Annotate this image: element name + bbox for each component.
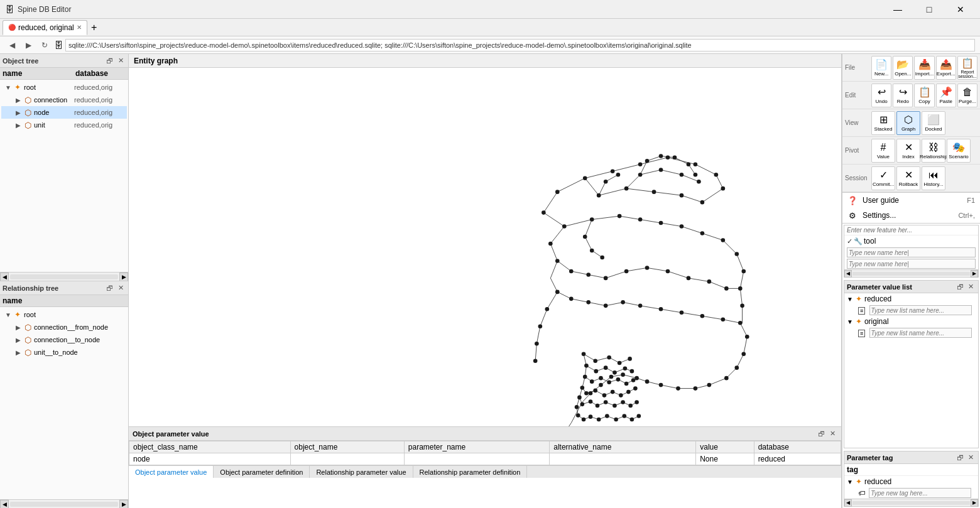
toggle-unit[interactable]: ▶ — [14, 121, 23, 129]
rel-toggle-root[interactable]: ▼ — [4, 310, 13, 319]
toggle-connection[interactable]: ▶ — [14, 95, 23, 104]
maximize-button[interactable]: □ — [915, 0, 944, 19]
scroll-right-btn[interactable]: ▶ — [119, 273, 128, 281]
feature-scroll-right[interactable]: ▶ — [971, 270, 978, 278]
docked-btn[interactable]: ⬜ Docked — [922, 111, 945, 135]
tree-item-connection[interactable]: ▶ ⬡ connection reduced,orig — [1, 94, 127, 106]
toggle-node[interactable]: ▶ — [14, 108, 23, 117]
tab-object-param-value[interactable]: Object parameter value — [129, 466, 214, 478]
tab-close-btn[interactable]: ✕ — [77, 24, 82, 31]
rel-tree-item-connection-from[interactable]: ▶ ⬡ connection__from_node — [1, 321, 127, 333]
param-tag-restore-btn[interactable]: 🗗 — [955, 453, 965, 463]
relationship-tree-close-btn[interactable]: ✕ — [116, 283, 126, 293]
tab-object-param-def[interactable]: Object parameter definition — [214, 466, 310, 478]
relationship-tree-scrollbar[interactable]: ◀ ▶ — [0, 499, 128, 508]
report-btn[interactable]: 📋 Report session... — [957, 56, 977, 80]
object-tree-header: Object tree 🗗 ✕ — [0, 54, 128, 68]
feature-tool-item[interactable]: ✓ 🔧 tool — [844, 235, 978, 247]
settings-menu-item[interactable]: ⚙ Settings... Ctrl+, — [842, 208, 980, 223]
toggle-root[interactable]: ▼ — [4, 83, 13, 92]
object-tree-scrollbar[interactable]: ◀ ▶ — [0, 272, 128, 281]
rel-toggle-cfn[interactable]: ▶ — [14, 323, 23, 332]
tool-name-input2[interactable] — [847, 259, 976, 269]
history-btn[interactable]: ⏮ History... — [922, 166, 945, 190]
pt-scroll-left[interactable]: ◀ — [844, 499, 852, 507]
param-value-restore-btn[interactable]: 🗗 — [955, 282, 965, 292]
export-btn[interactable]: 📤 Export... — [936, 56, 956, 80]
relationship-icon: ⛓ — [928, 142, 939, 153]
center-panel: Entity graph — [129, 54, 842, 508]
table-row[interactable]: node None reduced — [129, 453, 841, 465]
entity-graph-svg[interactable] — [129, 68, 841, 426]
open-btn[interactable]: 📂 Open... — [893, 56, 913, 80]
table-header-row: object_class_name object_name parameter_… — [129, 441, 841, 453]
svg-point-168 — [666, 269, 670, 274]
table-close-btn[interactable]: ✕ — [827, 429, 837, 439]
param-tag-scrollbar[interactable]: ◀ ▶ — [844, 499, 978, 506]
back-button[interactable]: ◀ — [5, 38, 19, 52]
import-btn[interactable]: 📥 Import... — [914, 56, 934, 80]
rel-tree-item-root[interactable]: ▼ ✦ root — [1, 308, 127, 321]
rel-label-ctn: connection__to_node — [34, 336, 124, 343]
refresh-button[interactable]: ↻ — [38, 38, 52, 52]
rel-toggle-utn[interactable]: ▶ — [14, 348, 23, 357]
pv-toggle-reduced[interactable]: ▼ — [847, 296, 853, 303]
paste-btn[interactable]: 📌 Paste — [936, 84, 956, 107]
stacked-btn[interactable]: ⊞ Stacked — [871, 111, 895, 135]
pt-scroll-right[interactable]: ▶ — [971, 499, 978, 507]
user-guide-menu-item[interactable]: ❓ User guide F1 — [842, 193, 980, 208]
feature-scroll-left[interactable]: ◀ — [844, 270, 852, 278]
pv-root-reduced[interactable]: ▼ ✦ reduced — [844, 293, 978, 305]
svg-point-148 — [700, 200, 705, 205]
add-tab-button[interactable]: + — [87, 21, 101, 35]
svg-line-79 — [547, 292, 557, 309]
minimize-button[interactable]: — — [883, 0, 912, 19]
tree-item-node[interactable]: ▶ ⬡ node reduced,orig — [1, 106, 127, 119]
copy-btn[interactable]: 📋 Copy — [914, 84, 934, 107]
tool-name-input1[interactable] — [847, 247, 976, 257]
relationship-tree-restore-btn[interactable]: 🗗 — [104, 283, 114, 293]
svg-point-180 — [638, 304, 643, 308]
tree-item-root[interactable]: ▼ ✦ root reduced,orig — [1, 81, 127, 94]
graph-view-btn[interactable]: ⬡ Graph — [896, 111, 920, 135]
object-tree-restore-btn[interactable]: 🗗 — [104, 56, 114, 66]
relationship-btn[interactable]: ⛓ Relationship — [922, 139, 945, 163]
pv-root-original[interactable]: ▼ ✦ original — [844, 316, 978, 327]
pv-toggle-original[interactable]: ▼ — [847, 318, 853, 325]
index-btn[interactable]: ✕ Index — [896, 139, 920, 163]
tree-item-unit[interactable]: ▶ ⬡ unit reduced,orig — [1, 119, 127, 131]
pt-tag-input[interactable] — [869, 488, 971, 498]
tab-rel-param-def[interactable]: Relationship parameter definition — [413, 466, 528, 478]
pv-list-input-reduced[interactable] — [869, 305, 972, 315]
tab-rel-param-value[interactable]: Relationship parameter value — [310, 466, 413, 478]
user-guide-label: User guide — [863, 196, 962, 205]
value-btn[interactable]: # Value — [871, 139, 895, 163]
entity-graph-area[interactable] — [129, 68, 841, 426]
object-tree-close-btn[interactable]: ✕ — [116, 56, 126, 66]
scroll-left-btn[interactable]: ◀ — [0, 273, 9, 281]
table-restore-btn[interactable]: 🗗 — [816, 429, 826, 439]
undo-btn[interactable]: ↩ Undo — [871, 84, 891, 107]
pv-list-input-original[interactable] — [869, 328, 972, 338]
redo-btn[interactable]: ↪ Redo — [893, 84, 913, 107]
pt-root-reduced[interactable]: ▼ ✦ reduced — [844, 476, 978, 487]
close-button[interactable]: ✕ — [946, 0, 975, 19]
address-input[interactable] — [65, 39, 975, 51]
commit-btn[interactable]: ✓ Commit... — [871, 166, 895, 190]
forward-button[interactable]: ▶ — [21, 38, 35, 52]
param-value-close-btn[interactable]: ✕ — [966, 282, 976, 292]
feature-scrollbar[interactable]: ◀ ▶ — [844, 269, 978, 277]
scenario-btn[interactable]: 🎭 Scenario — [947, 139, 971, 163]
rollback-btn[interactable]: ✕ Rollback — [896, 166, 920, 190]
rel-scroll-left-btn[interactable]: ◀ — [0, 500, 9, 509]
purge-btn[interactable]: 🗑 Purge... — [957, 84, 977, 107]
new-btn[interactable]: 📄 New... — [871, 56, 891, 80]
param-tag-close-btn[interactable]: ✕ — [966, 453, 976, 463]
rel-tree-item-unit-to-node[interactable]: ▶ ⬡ unit__to_node — [1, 346, 127, 359]
pt-toggle-reduced[interactable]: ▼ — [847, 478, 853, 485]
rel-tree-item-connection-to[interactable]: ▶ ⬡ connection__to_node — [1, 333, 127, 346]
table-scroll-area[interactable]: object_class_name object_name parameter_… — [129, 441, 841, 465]
rel-scroll-right-btn[interactable]: ▶ — [119, 500, 128, 509]
tab-reduced-original[interactable]: 🔴 reduced, original ✕ — [3, 20, 87, 35]
rel-toggle-ctn[interactable]: ▶ — [14, 335, 23, 344]
